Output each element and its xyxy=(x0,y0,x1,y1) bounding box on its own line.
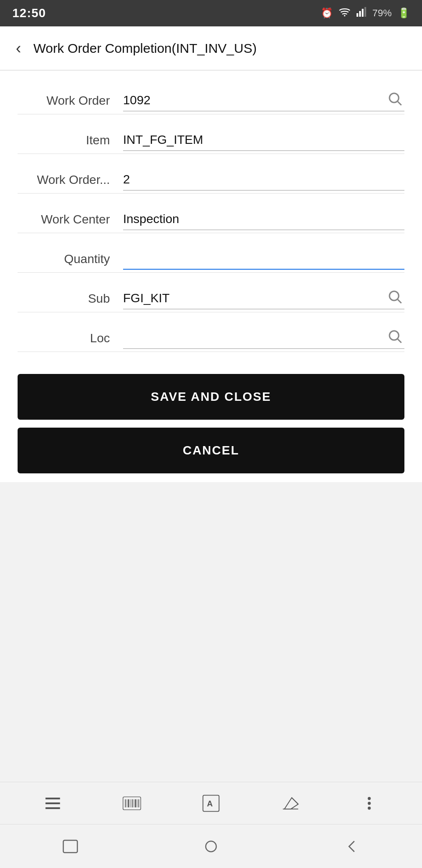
form-container: Work Order Item Work Order... Work Cente… xyxy=(0,70,422,365)
label-work-order-detail: Work Order... xyxy=(18,173,123,190)
svg-text:A: A xyxy=(207,799,213,808)
form-row-work-order-detail: Work Order... xyxy=(18,154,404,194)
svg-line-8 xyxy=(398,300,401,303)
svg-rect-2 xyxy=(359,11,361,17)
work-order-search-button[interactable] xyxy=(385,89,404,110)
text-recognize-icon-button[interactable]: A xyxy=(197,789,225,817)
loc-input[interactable] xyxy=(123,329,404,349)
svg-rect-3 xyxy=(362,9,364,17)
svg-line-10 xyxy=(398,339,401,343)
svg-rect-1 xyxy=(357,13,358,17)
app-bar: ‹ Work Order Completion(INT_INV_US) xyxy=(0,26,422,70)
form-row-sub: Sub xyxy=(18,273,404,312)
cancel-button[interactable]: CANCEL xyxy=(18,428,404,473)
sub-input[interactable] xyxy=(123,289,404,309)
input-wrap-sub xyxy=(123,289,404,309)
svg-point-31 xyxy=(368,807,371,809)
status-bar: 12:50 ⏰ 79% 🔋 xyxy=(0,0,422,26)
barcode-icon-button[interactable] xyxy=(118,789,146,817)
input-wrap-work-order-detail xyxy=(123,171,404,190)
menu-icon-button[interactable] xyxy=(39,789,67,817)
work-order-input[interactable] xyxy=(123,92,404,111)
svg-marker-26 xyxy=(284,798,298,809)
nav-bar xyxy=(0,824,422,868)
buttons-area: SAVE AND CLOSE CANCEL xyxy=(0,365,422,482)
status-icons: ⏰ 79% 🔋 xyxy=(321,7,410,19)
sub-search-button[interactable] xyxy=(385,287,404,308)
alarm-icon: ⏰ xyxy=(321,7,333,19)
recents-nav-button[interactable] xyxy=(47,832,93,861)
form-row-quantity: Quantity xyxy=(18,233,404,273)
form-row-work-center: Work Center xyxy=(18,194,404,233)
item-input[interactable] xyxy=(123,131,404,151)
svg-point-30 xyxy=(368,802,371,804)
svg-line-6 xyxy=(398,102,401,105)
quantity-input[interactable] xyxy=(123,249,404,270)
label-quantity: Quantity xyxy=(18,252,123,270)
eraser-icon-button[interactable] xyxy=(276,789,304,817)
svg-rect-32 xyxy=(63,840,77,853)
input-wrap-quantity xyxy=(123,249,404,270)
svg-point-9 xyxy=(389,331,399,340)
label-work-center: Work Center xyxy=(18,212,123,230)
work-center-input[interactable] xyxy=(123,210,404,230)
label-work-order: Work Order xyxy=(18,94,123,111)
svg-line-28 xyxy=(292,798,298,804)
input-wrap-item xyxy=(123,131,404,151)
form-row-loc: Loc xyxy=(18,312,404,352)
bottom-toolbar: A xyxy=(0,782,422,824)
home-nav-button[interactable] xyxy=(188,832,234,861)
wifi-icon xyxy=(339,7,350,19)
input-wrap-work-center xyxy=(123,210,404,230)
input-wrap-loc xyxy=(123,329,404,349)
svg-point-29 xyxy=(368,797,371,799)
svg-point-7 xyxy=(389,291,399,300)
battery-text: 79% xyxy=(372,7,392,19)
form-row-item: Item xyxy=(18,114,404,154)
more-options-button[interactable] xyxy=(355,789,383,817)
work-order-detail-input[interactable] xyxy=(123,171,404,190)
spacer xyxy=(0,482,422,782)
label-item: Item xyxy=(18,133,123,151)
signal-icon xyxy=(357,7,366,19)
back-button[interactable]: ‹ xyxy=(12,39,25,58)
svg-point-0 xyxy=(344,15,345,16)
label-sub: Sub xyxy=(18,292,123,309)
svg-point-5 xyxy=(389,93,399,103)
svg-rect-4 xyxy=(364,7,366,17)
back-nav-button[interactable] xyxy=(329,832,375,861)
status-time: 12:50 xyxy=(12,6,46,20)
label-loc: Loc xyxy=(18,331,123,349)
battery-icon: 🔋 xyxy=(398,7,410,19)
page-title: Work Order Completion(INT_INV_US) xyxy=(33,41,257,56)
input-wrap-work-order xyxy=(123,92,404,111)
save-and-close-button[interactable]: SAVE AND CLOSE xyxy=(18,374,404,420)
svg-rect-33 xyxy=(206,841,216,852)
form-row-work-order: Work Order xyxy=(18,75,404,114)
loc-search-button[interactable] xyxy=(385,326,404,347)
